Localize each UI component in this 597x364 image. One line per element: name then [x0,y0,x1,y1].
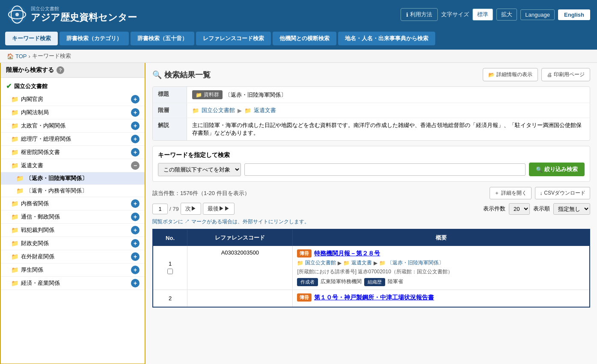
info-value-hierarchy: 📁 国立公文書館 ▶ 📁 返遺文書 [187,103,590,118]
expand-icon[interactable]: + [131,266,140,274]
th-summary: 概要 [293,229,590,246]
sidebar-item-zaiseishi[interactable]: 📁 財政史関係 + [1,237,145,250]
expand-icon[interactable]: + [131,135,140,143]
sidebar-sub-label: 〔返青・内務省等関係〕 [26,187,87,195]
usage-button[interactable]: ℹ 利用方法 [401,8,438,21]
breadcrumb: 🏠 TOP › キーワード検索 [0,50,597,63]
font-large-button[interactable]: 拡大 [496,9,517,21]
filter-search-button[interactable]: 🔍 絞り込み検索 [529,163,585,176]
font-standard-button[interactable]: 標準 [472,9,493,21]
sidebar-item-label: 通信・郵政関係 [21,213,60,221]
english-button[interactable]: English [558,9,590,20]
print-button[interactable]: 🖨 印刷用ページ [541,68,590,81]
sidebar-subitem-henaoo[interactable]: 📁 〔返青・内務省等関係〕 [1,185,145,197]
sidebar-collapse-tab[interactable]: 資料群階層を閉じる [145,196,146,231]
csv-download-button[interactable]: ↓ CSVダウンロード [535,187,590,199]
row-number: 2 [157,295,183,302]
last-page-button[interactable]: 最後▶▶ [203,203,235,215]
header-actions: 📂 詳細情報の表示 🖨 印刷用ページ [483,68,590,81]
download-icon: ↓ [540,190,542,196]
td-no: 2 [153,290,187,308]
sidebar-item-zaigai[interactable]: 📁 在外財産関係 + [1,250,145,263]
collapse-icon[interactable]: − [131,161,140,170]
nav-dictionary-category[interactable]: 辞書検索（カテゴリ） [59,32,129,45]
sidebar-subitem-henaka[interactable]: 📁 〔返赤・旧陸海軍関係〕 [1,172,145,185]
expand-icon[interactable]: + [131,279,140,287]
display-order-select[interactable]: 指定無し [553,203,590,215]
display-count-select[interactable]: 20 [509,203,530,215]
sidebar-item-naikaku-kanbo[interactable]: 📁 内閣官房 + [1,93,145,106]
sidebar-item-keizai[interactable]: 📁 経済・産業関係 + [1,277,145,290]
sidebar-top-label: 国立公文書館 [14,83,48,90]
expand-icon[interactable]: + [131,95,140,104]
sidebar-item-senhan[interactable]: 📁 戦犯裁判関係 + [1,224,145,237]
sidebar-item-dajokan[interactable]: 📁 太政官・内閣関係 + [1,119,145,133]
sidebar-item-sumitsuin[interactable]: 📁 枢密院関係文書 + [1,146,145,159]
info-label-title: 標題 [153,87,187,103]
path-link-3[interactable]: 〔返赤・旧陸海軍関係〕 [387,259,444,266]
display-order-label: 表示順 [533,205,550,213]
next-page-button[interactable]: 次▶ [181,203,201,215]
info-title-text: 〔返赤・旧陸海軍関係〕 [225,91,286,99]
sidebar-item-label: 戦犯裁判関係 [21,226,54,234]
sidebar-item-naikaku-hosei[interactable]: 📁 内閣法制局 + [1,106,145,119]
sidebar-item-label: 内閣官房 [21,95,43,103]
expand-icon[interactable]: + [131,121,140,130]
expand-icon[interactable]: + [131,108,140,117]
folder-open-icon: 📂 [488,72,495,78]
sidebar-item-somucho[interactable]: 📁 総理庁・総理府関係 + [1,133,145,146]
item-title2: 簿冊 第１０号・神戸製鋼所・中津工場状況報告書 [297,293,585,302]
folder-icon: 📁 [16,187,24,194]
display-settings: 表示件数 20 表示順 指定無し [483,203,590,215]
sidebar-item-naimusho[interactable]: 📁 内務省関係 + [1,197,145,210]
sidebar-item-tsushin[interactable]: 📁 通信・郵政関係 + [1,210,145,224]
creator-value: 広東陸軍特務機関 [321,278,362,286]
info-row-hierarchy: 階層 📁 国立公文書館 ▶ 📁 返遺文書 [153,103,590,118]
search-icon: 🔍 [536,166,543,173]
keyword-row: この階層以下すべてを対象 🔍 絞り込み検索 [158,163,585,176]
path-link-2[interactable]: 返遺文書 [351,259,372,266]
page-number-input[interactable] [152,204,168,214]
sidebar-item-henisho[interactable]: 📁 返遺文書 − [1,159,145,172]
notice-text: 閲覧ボタンに ↗ マークがある場合は、外部サイトにリンクします。 [152,218,590,225]
nav-keyword-search[interactable]: キーワード検索 [5,32,58,45]
expand-icon[interactable]: + [131,239,140,248]
help-icon[interactable]: ? [56,66,64,74]
sidebar-item-kosei[interactable]: 📁 厚生関係 + [1,263,145,277]
item-title-link[interactable]: 特務機関月報－第２８号 [314,250,380,257]
th-ref-code: レファレンスコード [187,229,293,246]
row-number: 1 [157,260,183,267]
path-link-1[interactable]: 国立公文書館 [305,259,336,266]
item-title-link[interactable]: 第１０号・神戸製鋼所・中津工場状況報告書 [314,294,434,302]
nav-bar: キーワード検索 辞書検索（カテゴリ） 辞書検索（五十音） レファレンスコード検索… [0,29,597,50]
expand-icon[interactable]: + [131,226,140,234]
keyword-input[interactable] [244,163,526,176]
td-no: 1 [153,246,187,290]
keyword-search-section: キーワードを指定して検索 この階層以下すべてを対象 🔍 絞り込み検索 [152,146,590,182]
sidebar-item-label: 太政官・内閣関係 [21,122,65,130]
nav-reference-code[interactable]: レファレンスコード検索 [196,32,271,45]
sidebar-section: ✔ 国立公文書館 📁 内閣官房 + 📁 内閣法制局 + 📁 [1,78,145,292]
folder-icon: 📁 [192,107,199,114]
nav-dictionary-gojuon[interactable]: 辞書検索（五十音） [131,32,194,45]
folder-icon: 📁 [11,227,18,234]
nav-dictionary-search[interactable]: 地名・人名・出来事事典から検索 [338,32,435,45]
nav-cross-search[interactable]: 他機関との横断検索 [273,32,336,45]
expand-icon[interactable]: + [131,252,140,261]
expand-all-button[interactable]: ＋ 詳細を開く [490,187,532,199]
keyword-scope-select[interactable]: この階層以下すべてを対象 [158,163,241,176]
folder-icon: 📁 [11,200,18,207]
expand-icon[interactable]: + [131,148,140,157]
logo: 国立公文書館 アジア歴史資料センター [7,4,137,25]
expand-icon[interactable]: + [131,199,140,208]
sidebar-item-label: 返遺文書 [21,162,43,169]
plus-icon: ＋ [494,189,499,197]
hierarchy-link-2[interactable]: 返遺文書 [254,107,276,114]
expand-icon[interactable]: + [131,213,140,221]
detail-display-button[interactable]: 📂 詳細情報の表示 [483,68,538,81]
language-button[interactable]: Language [520,9,555,20]
hierarchy-link-1[interactable]: 国立公文書館 [202,107,235,114]
breadcrumb-top[interactable]: TOP [15,53,27,59]
row-checkbox[interactable] [167,269,173,274]
info-value-description: 主に旧陸軍・海軍の作成した日記や地図などを含む資料群です。南洋庁の作成した雑綴や… [187,118,590,140]
